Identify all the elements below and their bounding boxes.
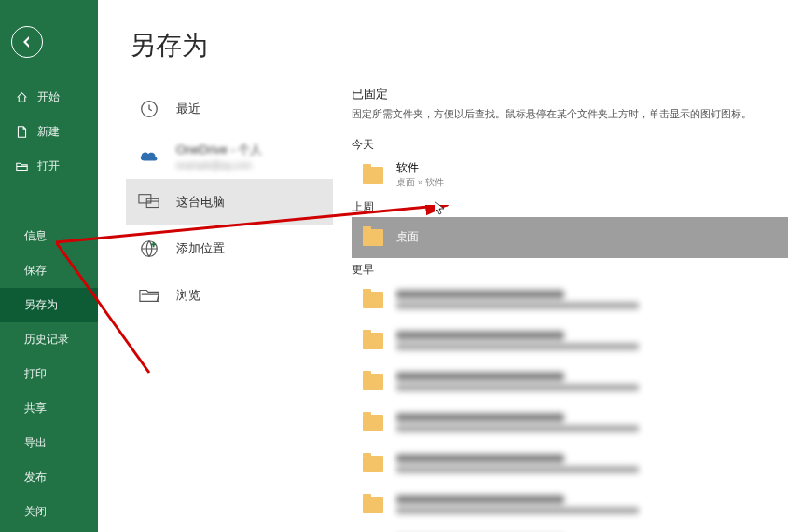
locations-list: 最近OneDrive - 个人example@qq.com这台电脑添加位置浏览 (98, 86, 333, 532)
addplace-icon (137, 237, 161, 261)
nav-item[interactable]: 信息 (0, 219, 98, 253)
nav-item[interactable]: 发布 (0, 460, 98, 495)
nav-label: 发布 (24, 470, 47, 485)
thispc-icon (137, 190, 161, 214)
location-item[interactable]: 添加位置 (126, 225, 333, 272)
nav-label: 保存 (24, 263, 47, 279)
open-icon (15, 160, 28, 173)
nav-label: 信息 (24, 228, 47, 244)
location-label: 浏览 (176, 287, 200, 304)
back-button[interactable] (11, 26, 43, 58)
nav-item[interactable]: 历史记录 (0, 322, 98, 357)
pinned-info: 固定所需文件夹，方便以后查找。鼠标悬停在某个文件夹上方时，单击显示的图钉图标。 (352, 106, 788, 122)
nav-item[interactable]: 打印 (0, 357, 98, 391)
folder-name: 软件 (396, 160, 444, 176)
folder-icon (363, 292, 383, 308)
nav-item[interactable]: 关闭 (0, 495, 98, 529)
nav-item[interactable]: 另存为 (0, 288, 98, 322)
browse-icon (137, 283, 161, 307)
folder-icon (363, 497, 383, 513)
group-label: 上周 (352, 199, 788, 215)
location-item[interactable]: OneDrive - 个人example@qq.com (126, 132, 333, 179)
nav-item-home[interactable]: 开始 (0, 80, 98, 115)
nav-item[interactable]: 共享 (0, 391, 98, 426)
folders-panel: 已固定 固定所需文件夹，方便以后查找。鼠标悬停在某个文件夹上方时，单击显示的图钉… (333, 86, 788, 532)
nav-label: 导出 (24, 435, 47, 451)
folder-icon (363, 167, 383, 184)
page-title: 另存为 (98, 0, 788, 86)
folder-row[interactable] (352, 321, 788, 361)
cursor-icon (435, 201, 446, 216)
nav-item[interactable]: 导出 (0, 426, 98, 460)
nav-label: 打印 (24, 366, 47, 382)
nav-label: 共享 (24, 401, 47, 416)
group-label: 今天 (352, 137, 788, 153)
folder-row[interactable] (352, 361, 788, 402)
nav-label: 打开 (37, 158, 60, 174)
folder-path: 桌面 » 软件 (396, 176, 444, 189)
nav-item-open[interactable]: 打开 (0, 149, 98, 184)
backstage-sidebar: 开始新建打开 信息保存另存为历史记录打印共享导出发布关闭 (0, 0, 98, 532)
folder-icon (363, 333, 383, 349)
group-label: 更早 (352, 262, 788, 278)
location-label: 最近 (176, 101, 200, 117)
pinned-heading: 已固定 (352, 86, 788, 102)
back-arrow-icon (20, 34, 35, 49)
folder-row[interactable] (352, 484, 788, 525)
location-label: OneDrive - 个人 (176, 142, 262, 158)
folder-icon (363, 229, 383, 246)
nav-item-new[interactable]: 新建 (0, 115, 98, 149)
folder-row[interactable] (352, 525, 788, 533)
folder-row[interactable] (352, 280, 788, 321)
location-item[interactable]: 最近 (126, 86, 333, 132)
folder-name: 桌面 (396, 229, 419, 245)
folder-icon (363, 415, 383, 431)
location-item[interactable]: 这台电脑 (126, 179, 333, 225)
nav-label: 新建 (37, 124, 60, 140)
nav-label: 关闭 (24, 504, 47, 520)
location-label: 添加位置 (176, 240, 225, 257)
folder-row[interactable] (352, 443, 788, 484)
nav-label: 另存为 (24, 297, 58, 313)
folder-row[interactable] (352, 402, 788, 443)
nav-item[interactable]: 保存 (0, 253, 98, 288)
location-label: 这台电脑 (176, 194, 225, 211)
location-item[interactable]: 浏览 (126, 272, 333, 319)
new-icon (15, 126, 28, 139)
home-icon (15, 91, 28, 104)
folder-row[interactable]: 软件桌面 » 软件 (352, 155, 788, 196)
main-panel: 另存为 最近OneDrive - 个人example@qq.com这台电脑添加位… (98, 0, 788, 532)
nav-label: 开始 (37, 89, 60, 105)
clock-icon (137, 97, 161, 121)
nav-label: 历史记录 (24, 332, 69, 348)
cloud-icon (137, 143, 161, 168)
location-sub: example@qq.com (176, 160, 262, 171)
folder-icon (363, 374, 383, 390)
folder-icon (363, 456, 383, 472)
folder-row[interactable]: 桌面 (352, 217, 788, 258)
